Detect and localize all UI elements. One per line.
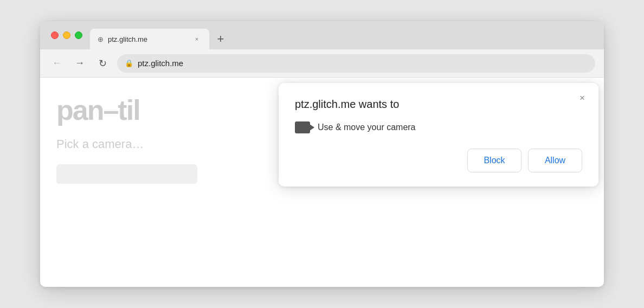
- permission-popup: × ptz.glitch.me wants to Use & move your…: [279, 83, 598, 187]
- page-bg-input-placeholder: [56, 164, 197, 184]
- block-button[interactable]: Block: [467, 149, 521, 172]
- back-button[interactable]: ←: [49, 55, 65, 72]
- nav-bar: ← → ↻ 🔒 ptz.glitch.me: [40, 49, 604, 78]
- permission-text: Use & move your camera: [318, 123, 416, 132]
- reload-button[interactable]: ↻: [94, 55, 111, 72]
- active-tab[interactable]: ⊕ ptz.glitch.me ×: [90, 29, 209, 49]
- popup-buttons: Block Allow: [295, 149, 582, 172]
- page-bg-subtext: Pick a camera…: [56, 137, 144, 151]
- minimize-traffic-light[interactable]: [63, 31, 70, 39]
- maximize-traffic-light[interactable]: [75, 31, 82, 39]
- allow-button[interactable]: Allow: [528, 149, 582, 172]
- tab-title: ptz.glitch.me: [108, 35, 188, 43]
- lock-icon: 🔒: [125, 59, 133, 67]
- traffic-lights: [51, 31, 82, 39]
- forward-button[interactable]: →: [72, 55, 88, 72]
- address-text: ptz.glitch.me: [138, 59, 183, 68]
- browser-window: ⊕ ptz.glitch.me × + ← → ↻ 🔒 ptz.glitch.m…: [40, 21, 604, 287]
- tab-favicon-icon: ⊕: [98, 35, 104, 43]
- page-content: pan–til Pick a camera… × ptz.glitch.me w…: [40, 78, 604, 287]
- popup-close-button[interactable]: ×: [576, 92, 589, 105]
- address-bar[interactable]: 🔒 ptz.glitch.me: [117, 54, 595, 73]
- new-tab-button[interactable]: +: [211, 30, 230, 48]
- tab-bar: ⊕ ptz.glitch.me × +: [40, 21, 604, 49]
- permission-row: Use & move your camera: [295, 121, 582, 133]
- popup-title: ptz.glitch.me wants to: [295, 98, 582, 111]
- camera-icon: [295, 121, 310, 133]
- close-traffic-light[interactable]: [51, 31, 59, 39]
- page-bg-heading: pan–til: [56, 94, 140, 126]
- tab-close-button[interactable]: ×: [192, 34, 202, 44]
